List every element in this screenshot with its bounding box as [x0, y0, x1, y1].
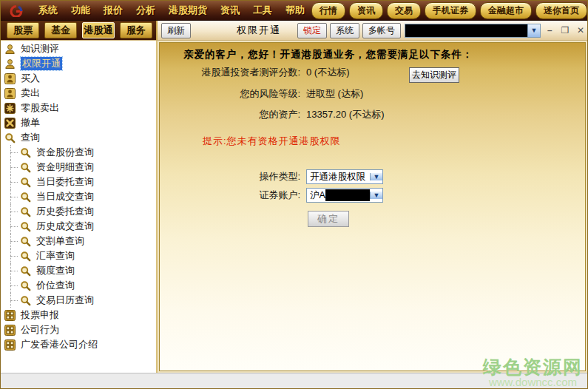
sidebar-item-permission-open[interactable]: 权限开通 — [1, 56, 156, 71]
sidebar-item-quota-query[interactable]: 额度查询 — [1, 263, 156, 278]
sidebar-item-statement-query[interactable]: 交割单查询 — [1, 234, 156, 248]
sidebar-item-label: 查询 — [21, 131, 40, 144]
not-qualified-tip: 提示:您未有资格开通港股权限 — [203, 135, 341, 148]
sidebar-item-exchange-rate-query[interactable]: 汇率查询 — [1, 248, 156, 263]
menu-analysis[interactable]: 分析 — [129, 4, 162, 17]
page-title: 权限开通 — [237, 24, 281, 37]
menu-quotes[interactable]: 报价 — [97, 4, 129, 17]
chevron-down-icon[interactable]: ▼ — [370, 173, 382, 180]
operation-type-value: 开通港股权限 — [307, 171, 370, 183]
grid-icon — [4, 339, 16, 351]
sidebar-item-label: 撤单 — [21, 116, 40, 129]
magnifier-icon — [20, 147, 31, 158]
inner-close-icon[interactable]: ✕ — [574, 25, 587, 35]
sidebar-item-label: 当日委托查询 — [36, 175, 94, 189]
condition-row-assets: 您的资产: 13357.20 (不达标) — [160, 108, 385, 121]
magnifier-icon — [20, 280, 31, 291]
operation-type-select[interactable]: 开通港股权限 ▼ — [306, 169, 383, 184]
sidebar-item-price-query[interactable]: 价位查询 — [1, 278, 156, 293]
sidebar-item-gf-hk-intro[interactable]: 广发香港公司介绍 — [1, 337, 156, 352]
condition-row-score: 港股通投资者测评分数: 0 (不达标) — [160, 66, 350, 79]
toolbar-right: 锁定 系统 多帐号 ▼ － ❐ ✕ — [294, 23, 587, 38]
securities-account-select[interactable]: 沪A ▼ — [306, 188, 383, 203]
sidebar-item-trading-calendar-query[interactable]: 交易日历查询 — [1, 293, 156, 308]
redacted-account-number — [325, 189, 370, 201]
sidebar-item-cancel-order[interactable]: 撤单 — [1, 115, 156, 130]
person-icon — [4, 58, 16, 70]
sidebar-item-sell[interactable]: 卖出 — [1, 86, 156, 101]
sidebar-item-knowledge-test[interactable]: 知识测评 — [1, 41, 156, 56]
greeting-text: 亲爱的客户，您好！开通港股通业务，您需要满足以下条件： — [183, 48, 473, 61]
system-button[interactable]: 系统 — [330, 23, 359, 38]
sidebar-item-history-order-query[interactable]: 历史委托查询 — [1, 204, 156, 219]
quick-link-mobile[interactable]: 手机证券 — [425, 2, 476, 19]
operation-type-label: 操作类型: — [160, 170, 300, 183]
quick-links: 行情 资讯 交易 手机证券 金融超市 迷你首页 － ❐ ✕ — [311, 2, 588, 19]
chevron-down-icon[interactable]: ▼ — [527, 24, 540, 37]
menu-tools[interactable]: 工具 — [246, 4, 279, 17]
quick-link-market[interactable]: 行情 — [311, 2, 345, 19]
sidebar-item-corporate-action[interactable]: 公司行为 — [1, 322, 156, 337]
quick-link-trade[interactable]: 交易 — [387, 2, 421, 19]
permission-open-panel: 亲爱的客户，您好！开通港股通业务，您需要满足以下条件： 港股通投资者测评分数: … — [159, 42, 586, 371]
sidebar-item-label: 当日成交查询 — [36, 190, 94, 203]
sidebar-item-label: 买入 — [21, 72, 40, 85]
sidebar-item-label: 资金明细查询 — [36, 160, 94, 174]
account-selector[interactable]: ▼ — [405, 24, 541, 38]
body: 知识测评 权限开通 买入 卖出 零股卖出 撤单 — [1, 41, 587, 373]
tab-stocks[interactable]: 股票 — [7, 22, 39, 38]
magnifier-icon — [20, 162, 31, 173]
menu-system[interactable]: 系统 — [32, 4, 64, 17]
sidebar-item-label: 广发香港公司介绍 — [21, 338, 98, 351]
magnifier-icon — [20, 177, 31, 188]
tab-funds[interactable]: 基金 — [44, 22, 77, 38]
inner-restore-icon[interactable]: ❐ — [558, 25, 572, 35]
magnifier-icon — [20, 192, 31, 203]
sidebar-item-label: 汇率查询 — [36, 249, 75, 263]
quick-link-news[interactable]: 资讯 — [349, 2, 383, 19]
lock-button[interactable]: 锁定 — [297, 23, 327, 38]
quick-link-mini-home[interactable]: 迷你首页 — [535, 2, 587, 19]
sidebar-item-label: 卖出 — [21, 87, 40, 100]
sidebar-item-label: 额度查询 — [36, 264, 75, 277]
sidebar-item-query[interactable]: 查询 — [1, 130, 156, 145]
sidebar-item-label: 历史委托查询 — [36, 205, 94, 218]
go-knowledge-test-button[interactable]: 去知识测评 — [409, 67, 459, 83]
redacted-account-value — [405, 24, 527, 37]
chevron-down-icon[interactable]: ▼ — [370, 192, 382, 199]
quick-link-finance-mall[interactable]: 金融超市 — [480, 2, 532, 19]
tab-services[interactable]: 服务 — [120, 22, 152, 38]
magnifier-icon — [4, 132, 16, 143]
inner-minimize-icon[interactable]: － — [543, 24, 556, 37]
sidebar-item-label: 历史成交查询 — [36, 220, 94, 233]
confirm-button[interactable]: 确定 — [308, 211, 349, 227]
sidebar-item-today-deal-query[interactable]: 当日成交查询 — [1, 189, 156, 204]
magnifier-icon — [20, 265, 31, 277]
securities-account-label: 证券账户: — [160, 189, 300, 202]
menu-function[interactable]: 功能 — [64, 4, 97, 17]
sidebar-item-odd-lot-sell[interactable]: 零股卖出 — [1, 101, 156, 115]
account-market-prefix: 沪A — [307, 189, 325, 202]
multi-account-button[interactable]: 多帐号 — [362, 23, 401, 38]
condition-label: 港股通投资者测评分数: — [160, 66, 300, 79]
sidebar-item-buy[interactable]: 买入 — [1, 71, 156, 86]
refresh-button[interactable]: 刷新 — [161, 23, 191, 38]
toolbar: 股票 基金 港股通 服务 刷新 权限开通 锁定 系统 多帐号 ▼ － ❐ ✕ — [1, 21, 587, 41]
sidebar-item-fund-share-query[interactable]: 资金股份查询 — [1, 145, 156, 160]
sidebar-item-today-order-query[interactable]: 当日委托查询 — [1, 175, 156, 189]
sidebar-item-label: 交割单查询 — [36, 234, 84, 248]
sidebar-item-history-deal-query[interactable]: 历史成交查询 — [1, 219, 156, 234]
status-bar — [1, 373, 587, 388]
sidebar-item-label: 交易日历查询 — [36, 294, 94, 307]
sidebar-item-label: 价位查询 — [36, 279, 75, 292]
sidebar-item-fund-detail-query[interactable]: 资金明细查询 — [1, 160, 156, 175]
menu-hk-futures[interactable]: 港股期货 — [162, 4, 214, 17]
sidebar-item-vote-declare[interactable]: 投票申报 — [1, 308, 156, 322]
magnifier-icon — [20, 236, 31, 247]
condition-row-risk-level: 您的风险等级: 进取型 (达标) — [160, 87, 363, 101]
tab-hk-connect[interactable]: 港股通 — [82, 22, 115, 38]
magnifier-icon — [20, 221, 31, 232]
menu-help[interactable]: 帮助 — [279, 4, 311, 17]
menu-news[interactable]: 资讯 — [214, 4, 246, 17]
condition-value: 0 (不达标) — [306, 66, 350, 79]
